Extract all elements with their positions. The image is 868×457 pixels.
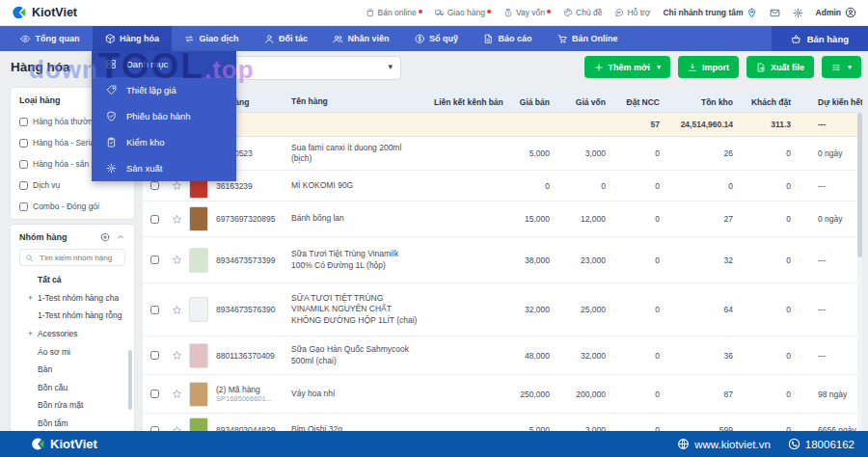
favorite-star-icon[interactable] <box>166 305 187 315</box>
app-logo[interactable]: KiotViet <box>12 5 77 20</box>
product-supplier-order: 0 <box>613 255 667 265</box>
topbar-link[interactable]: Chủ đề <box>563 8 602 17</box>
type-option-checkbox[interactable] <box>19 139 28 148</box>
columns-button[interactable]: ▾ <box>822 56 861 78</box>
product-name[interactable]: Bánh bông lan <box>291 213 426 224</box>
export-button[interactable]: Xuất file <box>746 56 814 78</box>
table-row[interactable]: 8801136370409 Sữa Gạo Hàn Quốc Sahmycook… <box>143 336 862 375</box>
notification-dot <box>487 10 491 13</box>
group-item[interactable]: Bồn cầu <box>11 379 134 397</box>
group-search <box>19 249 125 266</box>
row-checkbox[interactable] <box>150 390 159 398</box>
type-option-checkbox[interactable] <box>19 118 28 126</box>
table-row[interactable]: 36163239 MÌ KOKOMI 90G 0 0 0 0 0 --- <box>143 171 862 202</box>
goods-menu-item[interactable]: Danh mục <box>92 51 236 77</box>
topbar-link[interactable]: Vay vốn <box>503 8 551 17</box>
gear-icon[interactable] <box>793 8 803 18</box>
group-item[interactable]: + 1-Test nhóm hàng cha <box>11 289 134 308</box>
header-supplier-order[interactable]: Đặt NCC <box>613 97 667 107</box>
topbar-link[interactable]: Giao hàng <box>435 8 491 17</box>
group-item[interactable]: Áo sơ mi <box>11 342 134 361</box>
goods-menu-item[interactable]: Thiết lập giá <box>92 77 236 103</box>
product-name[interactable]: Sữa Tươi Tiệt Trùng Vinamilk 100% Có Đườ… <box>291 249 426 271</box>
header-stock[interactable]: Tồn kho <box>667 97 741 107</box>
header-customer-order[interactable]: Khách đặt <box>741 97 799 107</box>
nav-item[interactable]: Giao dịch <box>172 26 252 51</box>
group-item[interactable]: Bồn rửa mặt <box>11 396 134 415</box>
group-item[interactable]: Bồn tắm <box>11 415 134 432</box>
nav-item[interactable]: Đối tác <box>252 26 321 51</box>
sell-button[interactable]: Bán hàng <box>772 26 868 51</box>
nav-item[interactable]: Báo cáo <box>471 26 545 51</box>
group-list-scrollbar[interactable] <box>128 350 132 410</box>
goods-menu-item[interactable]: Sản xuất <box>92 155 236 181</box>
favorite-star-icon[interactable] <box>166 350 187 361</box>
type-option-checkbox[interactable] <box>19 181 28 190</box>
search-chevron-down-icon[interactable]: ▾ <box>388 62 393 71</box>
import-button[interactable]: Import <box>678 56 739 78</box>
favorite-star-icon[interactable] <box>166 255 187 265</box>
row-checkbox[interactable] <box>150 255 159 264</box>
group-search-input[interactable] <box>38 253 120 263</box>
table-row[interactable]: 6973697320895 Bánh bông lan 15,000 12,00… <box>143 202 862 237</box>
product-supplier-order: 0 <box>613 181 667 191</box>
row-checkbox[interactable] <box>150 215 159 224</box>
product-name[interactable]: MÌ KOKOMI 90G <box>291 180 426 191</box>
product-cost: 32,000 <box>557 351 613 361</box>
group-item[interactable]: + Acessories <box>11 325 134 343</box>
product-name[interactable]: Sữa Gạo Hàn Quốc Sahmycook 500ml (chai) <box>291 344 426 366</box>
favorite-star-icon[interactable] <box>166 389 187 399</box>
type-option[interactable]: Combo - Đóng gói <box>19 196 125 217</box>
header-forecast[interactable]: Dự kiến hết hàng <box>799 97 862 107</box>
row-checkbox[interactable] <box>150 351 159 360</box>
header-cost[interactable]: Giá vốn <box>557 97 613 107</box>
product-name[interactable]: SỮA TƯƠI TIỆT TRÙNG VINAMILK NGUYÊN CHẤT… <box>291 293 426 326</box>
add-new-button[interactable]: Thêm mới ▾ <box>584 56 670 78</box>
header-channel[interactable]: Liên kết kênh bán <box>426 97 503 107</box>
expand-plus-icon[interactable]: + <box>28 293 38 303</box>
topbar-link[interactable]: Bán online <box>366 8 422 17</box>
branch-selector[interactable]: Chi nhánh trung tâm <box>663 8 756 18</box>
type-option-checkbox[interactable] <box>19 160 28 169</box>
nav-item[interactable]: Hàng hóa <box>93 26 173 51</box>
favorite-star-icon[interactable] <box>166 214 187 225</box>
product-name[interactable]: Váy hoa nhí <box>291 389 426 399</box>
product-customer-order: 0 <box>741 351 799 361</box>
nav-item[interactable]: Tổng quan <box>8 26 93 51</box>
product-name[interactable]: Bỉm Oishi 32g <box>291 424 426 431</box>
topbar-link[interactable]: Hỗ trợ <box>614 8 650 17</box>
expand-plus-icon[interactable]: + <box>28 329 38 338</box>
footer-hotline[interactable]: 18006162 <box>788 438 854 450</box>
type-option-checkbox[interactable] <box>19 202 28 211</box>
table-row[interactable]: 8934673573399 Sữa Tươi Tiệt Trùng Vinami… <box>143 237 862 283</box>
nav-item[interactable]: Sổ quỹ <box>402 26 472 51</box>
table-row[interactable]: (2) Mã hàng SP1685066601... Váy hoa nhí … <box>143 375 862 414</box>
table-row[interactable]: 8934803044829 Bỉm Oishi 32g 5,000 3,000 … <box>143 414 862 431</box>
group-item-label: Acessories <box>38 329 78 338</box>
add-group-plus-circle-icon[interactable] <box>100 232 110 242</box>
header-price[interactable]: Giá bán <box>503 97 557 107</box>
group-item[interactable]: Tất cả <box>11 271 134 289</box>
table-scrollbar[interactable] <box>857 113 862 257</box>
nav-item[interactable]: Bán Online <box>545 26 631 51</box>
footer-website-link[interactable]: www.kiotviet.vn <box>677 438 771 450</box>
nav-item[interactable]: Nhân viên <box>320 26 402 51</box>
row-checkbox[interactable] <box>150 181 159 190</box>
user-menu[interactable]: Admin <box>816 7 856 18</box>
collapse-chevron-up-icon[interactable] <box>116 232 125 242</box>
footer-logo: KiotViet <box>31 437 97 451</box>
favorite-star-icon[interactable] <box>166 180 187 191</box>
table-row[interactable]: 8934673576390 SỮA TƯƠI TIỆT TRÙNG VINAMI… <box>143 283 862 336</box>
goods-menu-item[interactable]: Kiểm kho <box>92 129 236 155</box>
group-item[interactable]: 1-Test nhóm hàng rỗng <box>11 307 134 325</box>
group-item[interactable]: Bàn <box>11 361 134 379</box>
row-checkbox[interactable] <box>150 306 159 314</box>
product-name[interactable]: Sua fami canxi ít duong 200ml (bịch) <box>291 143 426 165</box>
support-icon <box>614 8 624 17</box>
user-name: Admin <box>816 8 841 17</box>
plus-icon <box>594 63 604 72</box>
table-row[interactable]: 14030523 Sua fami canxi ít duong 200ml (… <box>143 137 862 171</box>
goods-menu-item[interactable]: Phiếu bảo hành <box>92 103 236 129</box>
mail-icon[interactable] <box>770 8 780 18</box>
header-name[interactable]: Tên hàng <box>291 96 426 107</box>
